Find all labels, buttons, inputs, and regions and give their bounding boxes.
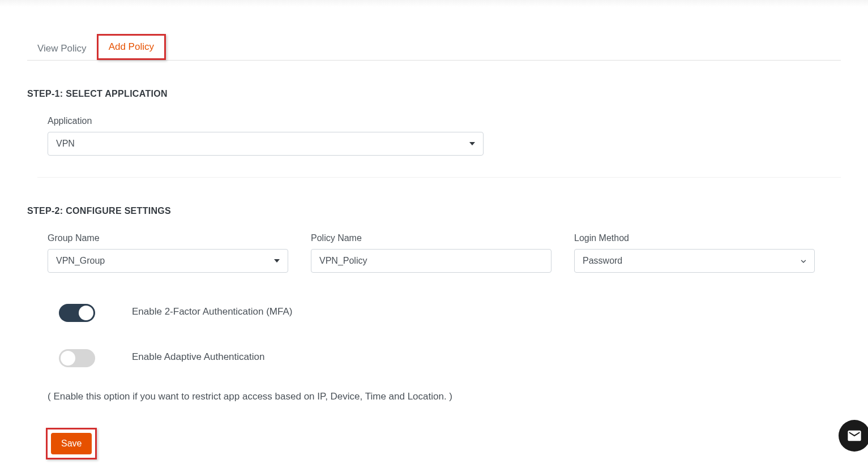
mfa-toggle-label: Enable 2-Factor Authentication (MFA): [132, 304, 292, 317]
save-button[interactable]: Save: [51, 433, 92, 454]
save-highlight: Save: [46, 428, 97, 459]
application-field-group: Application VPN: [27, 116, 841, 156]
adaptive-toggle-row: Enable Adaptive Authentication: [27, 349, 841, 367]
application-label: Application: [48, 116, 841, 126]
adaptive-toggle[interactable]: [59, 349, 95, 367]
top-gradient: [0, 0, 868, 7]
login-method-value: Password: [583, 256, 622, 266]
application-dropdown[interactable]: VPN: [48, 132, 484, 156]
step2-heading: STEP-2: CONFIGURE SETTINGS: [27, 206, 841, 216]
adaptive-description: ( Enable this option if you want to rest…: [27, 389, 841, 404]
section-divider: [37, 177, 841, 178]
login-method-column: Login Method Password: [574, 233, 815, 273]
login-method-dropdown[interactable]: Password: [574, 249, 815, 273]
group-name-column: Group Name VPN_Group: [48, 233, 288, 273]
tabs-container: View Policy Add Policy: [27, 34, 841, 61]
tab-add-policy[interactable]: Add Policy: [97, 34, 166, 60]
group-name-value: VPN_Group: [56, 256, 105, 266]
policy-name-label: Policy Name: [311, 233, 551, 243]
chevron-down-icon: [799, 257, 806, 264]
mail-icon: [846, 428, 862, 444]
login-method-label: Login Method: [574, 233, 815, 243]
group-name-dropdown[interactable]: VPN_Group: [48, 249, 288, 273]
group-name-label: Group Name: [48, 233, 288, 243]
adaptive-toggle-label: Enable Adaptive Authentication: [132, 349, 264, 363]
application-value: VPN: [56, 139, 75, 149]
policy-name-input[interactable]: [311, 249, 551, 273]
toggle-knob: [61, 351, 75, 366]
caret-down-icon: [469, 142, 475, 145]
main-content: View Policy Add Policy STEP-1: SELECT AP…: [0, 34, 868, 459]
settings-row: Group Name VPN_Group Policy Name Login M…: [27, 233, 841, 273]
policy-name-column: Policy Name: [311, 233, 551, 273]
toggle-knob: [79, 306, 93, 320]
mfa-toggle-row: Enable 2-Factor Authentication (MFA): [27, 304, 841, 322]
step1-heading: STEP-1: SELECT APPLICATION: [27, 89, 841, 99]
chat-widget-button[interactable]: [839, 420, 868, 452]
adaptive-label-block: Enable Adaptive Authentication: [132, 349, 264, 363]
mfa-toggle[interactable]: [59, 304, 95, 322]
caret-down-icon: [274, 259, 280, 263]
tab-view-policy[interactable]: View Policy: [27, 37, 97, 60]
